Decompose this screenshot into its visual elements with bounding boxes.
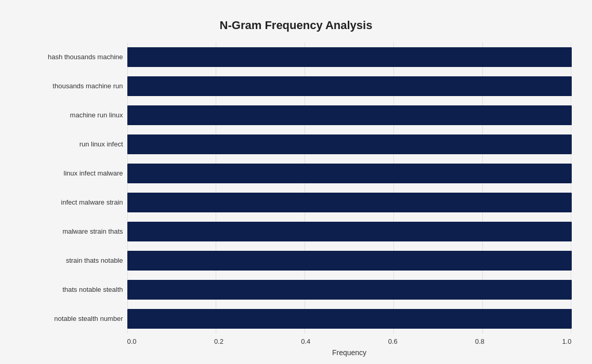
- bar-5: [127, 193, 572, 212]
- y-label-6: malware strain thats: [21, 219, 123, 245]
- bar-7: [127, 251, 572, 271]
- bars-wrapper: [127, 43, 572, 333]
- y-label-5: infect malware strain: [21, 190, 123, 215]
- bar-row-6: [127, 220, 572, 243]
- y-label-3: run linux infect: [21, 131, 123, 157]
- bars-and-grid: [127, 43, 572, 333]
- y-label-1: thousands machine run: [21, 73, 123, 99]
- y-label-2: machine run linux: [21, 102, 123, 128]
- x-tick-0: 0.0: [127, 338, 137, 345]
- bar-row-3: [127, 133, 572, 156]
- bar-6: [127, 222, 572, 241]
- x-tick-1: 0.2: [214, 338, 223, 345]
- y-label-0: hash thousands machine: [21, 44, 123, 70]
- bar-4: [127, 164, 572, 183]
- x-tick-3: 0.6: [388, 338, 398, 345]
- x-tick-5: 1.0: [562, 338, 571, 345]
- y-label-9: notable stealth number: [21, 306, 123, 332]
- bar-3: [127, 134, 572, 154]
- bar-row-5: [127, 191, 572, 214]
- chart-title: N-Gram Frequency Analysis: [21, 19, 572, 32]
- y-axis: hash thousands machinethousands machine …: [21, 43, 127, 333]
- bar-8: [127, 280, 572, 300]
- bar-2: [127, 105, 572, 125]
- bar-row-7: [127, 249, 572, 272]
- y-label-8: thats notable stealth: [21, 277, 123, 303]
- x-tick-2: 0.4: [301, 338, 310, 345]
- bar-row-2: [127, 104, 572, 127]
- bar-1: [127, 76, 572, 96]
- bar-row-9: [127, 307, 572, 330]
- x-axis-label: Frequency: [127, 348, 572, 357]
- bar-row-1: [127, 75, 572, 98]
- bar-row-8: [127, 278, 572, 301]
- x-tick-4: 0.8: [475, 338, 484, 345]
- bar-row-4: [127, 162, 572, 185]
- chart-area: hash thousands machinethousands machine …: [21, 43, 572, 333]
- y-label-7: strain thats notable: [21, 248, 123, 274]
- bar-9: [127, 309, 572, 329]
- bar-0: [127, 47, 572, 67]
- bar-row-0: [127, 46, 572, 69]
- y-label-4: linux infect malware: [21, 160, 123, 186]
- x-axis: 0.00.20.40.60.81.0: [127, 333, 572, 345]
- chart-container: N-Gram Frequency Analysis hash thousands…: [10, 8, 582, 356]
